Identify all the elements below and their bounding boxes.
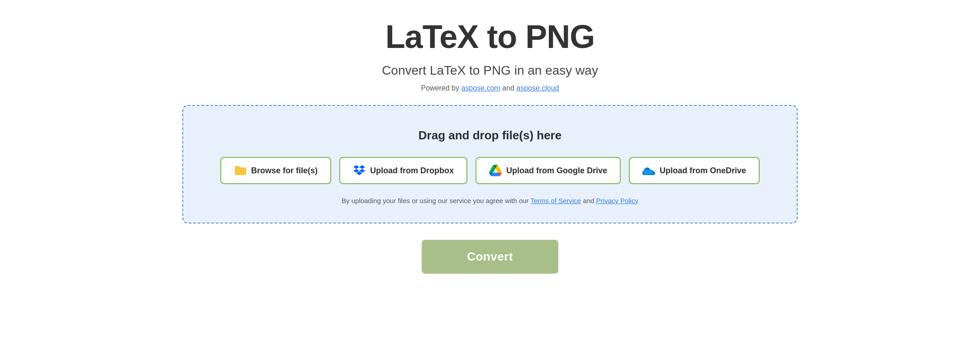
powered-by: Powered by aspose.com and aspose.cloud (421, 84, 559, 92)
page-title: LaTeX to PNG (385, 18, 595, 55)
drag-drop-label: Drag and drop file(s) here (419, 128, 561, 142)
dropbox-icon (353, 164, 366, 177)
powered-by-text: Powered by (421, 84, 461, 92)
upload-google-drive-label: Upload from Google Drive (506, 166, 607, 176)
browse-files-button[interactable]: Browse for file(s) (220, 157, 331, 184)
aspose-cloud-link[interactable]: aspose.cloud (516, 84, 559, 92)
google-drive-icon (489, 164, 502, 177)
browse-files-label: Browse for file(s) (251, 166, 318, 176)
folder-icon (234, 164, 247, 177)
terms-and: and (583, 197, 596, 204)
privacy-policy-link[interactable]: Privacy Policy (596, 197, 638, 204)
upload-dropbox-button[interactable]: Upload from Dropbox (339, 157, 467, 184)
upload-onedrive-button[interactable]: Upload from OneDrive (629, 157, 760, 184)
upload-google-drive-button[interactable]: Upload from Google Drive (476, 157, 621, 184)
drop-zone: Drag and drop file(s) here Browse for fi… (182, 105, 798, 223)
onedrive-icon (642, 164, 655, 177)
convert-button[interactable]: Convert (422, 240, 558, 274)
upload-dropbox-label: Upload from Dropbox (370, 166, 454, 176)
aspose-com-link[interactable]: aspose.com (461, 84, 500, 92)
terms-of-service-link[interactable]: Terms of Service (531, 197, 581, 204)
upload-onedrive-label: Upload from OneDrive (660, 166, 746, 176)
upload-buttons: Browse for file(s) Upload from Dropbox (220, 157, 760, 184)
terms-prefix: By uploading your files or using our ser… (342, 197, 530, 204)
powered-by-and: and (502, 84, 516, 92)
terms-text: By uploading your files or using our ser… (342, 197, 638, 204)
page-subtitle: Convert LaTeX to PNG in an easy way (382, 63, 598, 78)
